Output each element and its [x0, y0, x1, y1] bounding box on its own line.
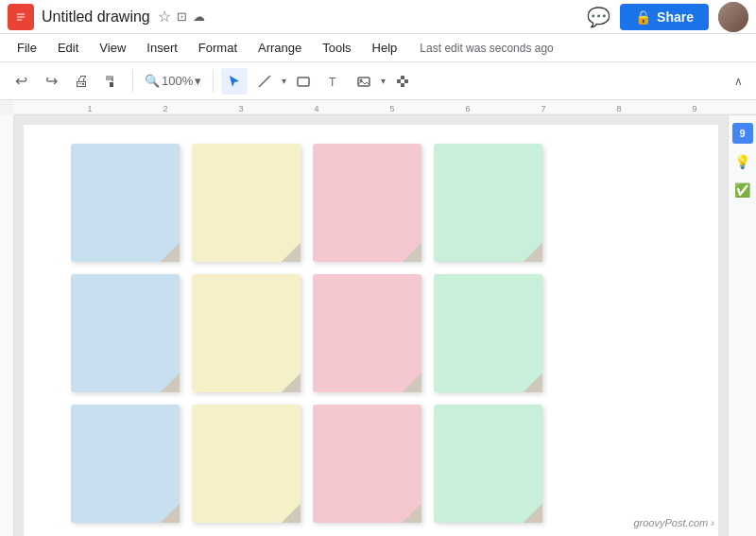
svg-text:4: 4 — [314, 104, 318, 113]
document-title[interactable]: Untitled drawing — [42, 9, 150, 26]
folder-icon[interactable]: ⊡ — [177, 9, 187, 24]
main-area: groovyPost.com › 9 💡 ✅ — [0, 115, 756, 536]
share-label: Share — [657, 9, 694, 25]
svg-text:5: 5 — [389, 104, 394, 113]
menu-view[interactable]: View — [90, 37, 135, 59]
zoom-icon: 🔍 — [145, 74, 160, 88]
svg-rect-2 — [298, 78, 309, 86]
left-ruler — [0, 115, 14, 536]
sticky-note-r2c4[interactable] — [434, 274, 542, 392]
svg-rect-8 — [404, 79, 408, 83]
sticky-note-r2c1[interactable] — [71, 274, 180, 392]
cloud-icon[interactable]: ☁ — [193, 9, 205, 24]
sticky-note-r1c1[interactable] — [71, 144, 180, 262]
svg-text:1: 1 — [87, 104, 92, 113]
text-tool-button[interactable]: T — [320, 68, 347, 95]
menu-bar: File Edit View Insert Format Arrange Too… — [0, 34, 756, 62]
shape-tool-button[interactable] — [290, 68, 317, 95]
sticky-note-r2c3[interactable] — [313, 274, 421, 392]
line-dropdown-arrow[interactable]: ▾ — [282, 76, 286, 86]
svg-text:6: 6 — [465, 104, 470, 113]
line-tool-button[interactable] — [251, 68, 278, 95]
sticky-note-r3c2[interactable] — [192, 405, 301, 523]
right-sidebar: 9 💡 ✅ — [728, 115, 756, 536]
app-icon[interactable] — [8, 4, 34, 30]
svg-text:8: 8 — [616, 104, 621, 113]
sticky-note-r1c4[interactable] — [434, 144, 542, 262]
svg-text:9: 9 — [692, 104, 696, 113]
select-tool-button[interactable] — [221, 68, 248, 95]
menu-format[interactable]: Format — [189, 37, 247, 59]
svg-rect-10 — [14, 100, 756, 114]
svg-text:T: T — [329, 76, 336, 89]
watermark: groovyPost.com › — [633, 517, 714, 528]
sticky-note-r3c4[interactable] — [434, 405, 542, 523]
svg-text:2: 2 — [163, 104, 167, 113]
print-button[interactable]: 🖨 — [68, 68, 94, 95]
redo-button[interactable]: ↪ — [38, 68, 64, 95]
avatar-image — [718, 2, 748, 32]
image-tool-button[interactable] — [351, 68, 377, 95]
ruler-svg: 1 2 3 4 5 6 7 8 9 — [14, 100, 756, 114]
menu-help[interactable]: Help — [363, 37, 407, 59]
separator-2 — [213, 70, 214, 93]
svg-rect-6 — [401, 76, 404, 79]
svg-line-1 — [259, 76, 270, 87]
sticky-note-r1c2[interactable] — [192, 144, 301, 262]
image-dropdown-arrow[interactable]: ▾ — [381, 76, 386, 86]
svg-rect-4 — [358, 78, 369, 86]
svg-text:3: 3 — [238, 104, 243, 113]
svg-rect-9 — [401, 83, 404, 87]
more-tools-button[interactable] — [389, 68, 416, 95]
svg-text:7: 7 — [541, 104, 545, 113]
separator-1 — [132, 70, 133, 93]
zoom-level: 100% — [162, 74, 193, 88]
collapse-toolbar-button[interactable]: ∧ — [729, 73, 748, 90]
menu-file[interactable]: File — [8, 37, 46, 59]
lock-icon: 🔒 — [635, 9, 651, 25]
menu-tools[interactable]: Tools — [313, 37, 360, 59]
canvas-area[interactable]: groovyPost.com › — [14, 115, 728, 536]
chat-icon[interactable]: 💬 — [587, 6, 610, 28]
ruler: 1 2 3 4 5 6 7 8 9 — [14, 100, 756, 115]
menu-edit[interactable]: Edit — [48, 37, 88, 59]
paint-format-button[interactable] — [98, 68, 125, 95]
title-icons: ☆ ⊡ ☁ — [158, 8, 205, 26]
sticky-note-r3c3[interactable] — [313, 405, 421, 523]
sticky-notes-grid — [71, 144, 547, 527]
star-icon[interactable]: ☆ — [158, 8, 171, 26]
sticky-note-r2c2[interactable] — [192, 274, 301, 392]
menu-insert[interactable]: Insert — [137, 37, 187, 59]
sticky-note-r3c1[interactable] — [71, 405, 180, 523]
sticky-note-r1c3[interactable] — [313, 144, 421, 262]
menu-arrange[interactable]: Arrange — [249, 37, 311, 59]
sidebar-checkmark-icon[interactable]: ✅ — [732, 180, 753, 200]
sidebar-number-icon[interactable]: 9 — [732, 123, 753, 144]
sidebar-lightbulb-icon[interactable]: 💡 — [732, 151, 753, 172]
titlebar-right: 💬 🔒 Share — [587, 2, 748, 32]
svg-rect-7 — [397, 79, 401, 83]
share-button[interactable]: 🔒 Share — [620, 4, 709, 30]
last-edit-status: Last edit was seconds ago — [420, 42, 553, 55]
drawing-canvas[interactable] — [24, 125, 718, 536]
toolbar: ↩ ↪ 🖨 🔍 100% ▾ ▾ T ▾ ∧ — [0, 62, 756, 100]
title-bar: Untitled drawing ☆ ⊡ ☁ 💬 🔒 Share — [0, 0, 756, 34]
zoom-dropdown[interactable]: 🔍 100% ▾ — [141, 72, 205, 90]
undo-button[interactable]: ↩ — [8, 68, 34, 95]
chevron-down-icon: ▾ — [195, 74, 201, 88]
user-avatar[interactable] — [718, 2, 748, 32]
